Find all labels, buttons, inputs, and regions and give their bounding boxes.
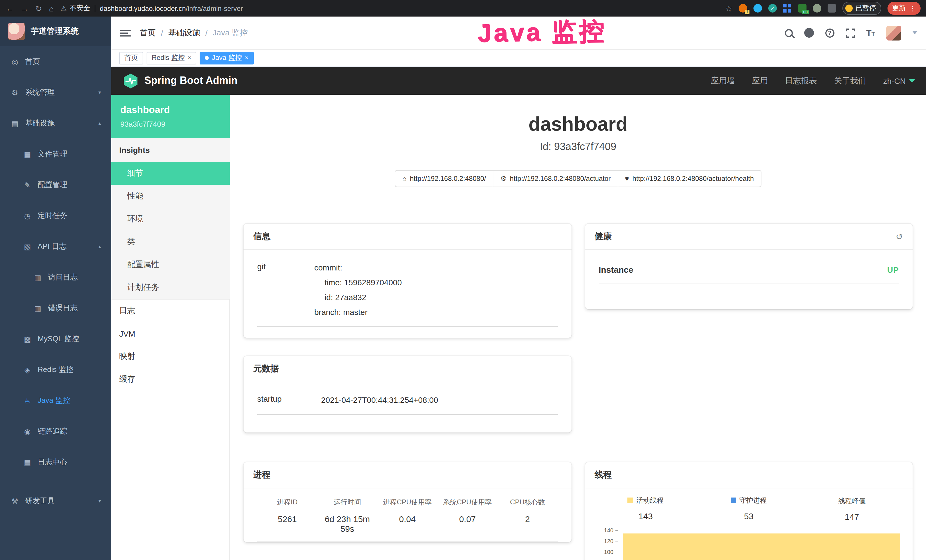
link-actuator[interactable]: ⚙ http://192.168.0.2:48080/actuator: [493, 170, 618, 187]
fullscreen-icon[interactable]: [846, 28, 855, 37]
sba-item-config-props[interactable]: 配置属性: [111, 253, 230, 276]
hamburger-icon[interactable]: [120, 29, 131, 36]
tools-icon: ⚒: [10, 496, 20, 505]
chevron-down-icon: ▾: [98, 89, 101, 95]
extension-on-badge: on: [802, 10, 809, 14]
smiley-icon: [845, 5, 853, 12]
sidebar-item-infrastructure[interactable]: ▤ 基础设施 ▴: [0, 108, 111, 139]
reload-icon[interactable]: ↻: [35, 4, 42, 12]
address-bar[interactable]: ⚠ 不安全 dashboard.yudao.iocoder.cn/infra/a…: [61, 3, 718, 13]
dashboard-icon: ◎: [10, 58, 20, 66]
threads-chart: 140 120 100: [594, 531, 903, 560]
close-icon[interactable]: ×: [188, 55, 191, 61]
config-icon: ✎: [23, 180, 32, 189]
legend-active-threads: 活动线程 143: [594, 495, 697, 522]
app-logo[interactable]: 芋道管理系统: [0, 17, 111, 46]
security-chip[interactable]: ⚠ 不安全: [61, 3, 90, 13]
log-center-icon: ▤: [23, 458, 32, 466]
chevron-down-icon: [909, 79, 915, 82]
sidebar-item-error-log[interactable]: ▥ 错误日志: [0, 293, 111, 324]
font-size-icon[interactable]: TT: [866, 29, 875, 37]
access-log-icon: ▥: [33, 273, 42, 282]
browser-menu-icon[interactable]: ⋮: [909, 4, 916, 12]
history-icon[interactable]: ↺: [896, 232, 903, 242]
info-row-git: git commit: time: 1596289704000 id: 27aa…: [257, 259, 558, 327]
instance-header: dashboard 93a3fc7f7409: [111, 95, 230, 138]
extension-row: ☆ 1 ✓ on 已暂停 更新 ⋮: [725, 2, 921, 15]
sidebar-item-java[interactable]: ☕ Java 监控: [0, 385, 111, 416]
sba-item-jvm[interactable]: JVM: [111, 322, 230, 345]
sidebar-item-system[interactable]: ⚙ 系统管理 ▾: [0, 77, 111, 108]
legend-swatch-blue: [731, 498, 736, 503]
extension-icon-orange[interactable]: 1: [738, 4, 747, 12]
sba-nav-applications[interactable]: 应用: [752, 76, 768, 86]
tab-redis[interactable]: Redis 监控 ×: [147, 51, 197, 64]
sba-item-caches[interactable]: 缓存: [111, 368, 230, 391]
extension-icon-drop[interactable]: [754, 4, 762, 12]
sidebar-item-access-log[interactable]: ▥ 访问日志: [0, 262, 111, 293]
extension-icon-check[interactable]: ✓: [768, 4, 777, 12]
page-title: dashboard: [244, 113, 912, 135]
process-col-uptime: 运行时间 6d 23h 15m 59s: [318, 498, 378, 533]
extension-icon-leaf[interactable]: [813, 4, 822, 12]
warning-icon: ⚠: [61, 4, 67, 12]
sba-item-mappings[interactable]: 映射: [111, 345, 230, 368]
browser-home-icon[interactable]: ⌂: [49, 4, 54, 12]
search-icon[interactable]: [785, 29, 793, 37]
extension-icon-grid[interactable]: [783, 4, 792, 12]
locale-select[interactable]: zh-CN: [883, 76, 915, 85]
breadcrumb-infrastructure[interactable]: 基础设施: [168, 28, 200, 38]
sba-item-metrics[interactable]: 性能: [111, 185, 230, 208]
logo-image: [8, 23, 25, 40]
process-col-sys-cpu: 系统CPU使用率 0.07: [437, 498, 498, 533]
help-icon[interactable]: ?: [825, 28, 834, 37]
sidebar-item-config[interactable]: ✎ 配置管理: [0, 170, 111, 200]
process-col-proc-cpu: 进程CPU使用率 0.04: [377, 498, 437, 533]
sidebar-item-trace[interactable]: ◉ 链路追踪: [0, 416, 111, 447]
sba-item-details[interactable]: 细节: [111, 162, 230, 185]
tab-java[interactable]: Java 监控 ×: [200, 51, 254, 64]
card-title: 健康: [595, 231, 612, 242]
sidebar-item-log-center[interactable]: ▤ 日志中心: [0, 447, 111, 478]
extensions-puzzle-icon[interactable]: [828, 4, 836, 12]
update-button[interactable]: 更新 ⋮: [888, 2, 921, 15]
back-icon[interactable]: ←: [6, 4, 14, 12]
sidebar-item-home[interactable]: ◎ 首页: [0, 46, 111, 77]
sba-item-classes[interactable]: 类: [111, 230, 230, 253]
extension-icon-switch[interactable]: on: [798, 4, 806, 12]
status-badge: UP: [887, 265, 899, 274]
bookmark-star-icon[interactable]: ☆: [725, 4, 732, 12]
extension-badge: 1: [745, 10, 749, 14]
sba-item-logs[interactable]: 日志: [111, 300, 230, 322]
sidebar-item-files[interactable]: ▦ 文件管理: [0, 139, 111, 170]
tab-home[interactable]: 首页: [119, 51, 143, 64]
github-icon[interactable]: [804, 28, 814, 38]
sba-nav-wallboard[interactable]: 应用墙: [711, 76, 735, 86]
sidebar-item-redis[interactable]: ◈ Redis 监控: [0, 354, 111, 385]
sidebar-item-jobs[interactable]: ◷ 定时任务: [0, 200, 111, 231]
forward-icon[interactable]: →: [21, 4, 29, 12]
process-card: 进程 进程ID 5261 运行时间: [244, 462, 571, 542]
active-dot: [205, 56, 209, 60]
sidebar-item-dev-tools[interactable]: ⚒ 研发工具 ▾: [0, 486, 111, 516]
avatar[interactable]: [887, 26, 901, 40]
chevron-down-icon[interactable]: [912, 31, 917, 34]
sba-item-environment[interactable]: 环境: [111, 208, 230, 230]
close-icon[interactable]: ×: [245, 55, 248, 61]
sba-item-scheduled-tasks[interactable]: 计划任务: [111, 276, 230, 299]
sba-sidebar: dashboard 93a3fc7f7409 Insights 细节 性能 环境…: [111, 95, 230, 560]
url-host: dashboard.yudao.iocoder.cn: [100, 4, 186, 12]
sba-nav-about[interactable]: 关于我们: [834, 76, 866, 86]
sba-brand[interactable]: Spring Boot Admin: [123, 73, 238, 89]
breadcrumb-home[interactable]: 首页: [140, 28, 156, 38]
metadata-row-startup: startup 2021-04-27T00:44:31.254+08:00: [257, 391, 558, 415]
chevron-up-icon: ▴: [98, 120, 101, 126]
health-instance-label: Instance: [599, 265, 633, 274]
legend-swatch-yellow: [628, 498, 633, 503]
sidebar-item-mysql[interactable]: ▩ MySQL 监控: [0, 324, 111, 354]
sidebar-item-api-log[interactable]: ▧ API 日志 ▴: [0, 231, 111, 262]
paused-chip[interactable]: 已暂停: [843, 2, 881, 15]
sba-nav-journal[interactable]: 日志报表: [785, 76, 817, 86]
link-root[interactable]: ⌂ http://192.168.0.2:48080/: [395, 170, 493, 187]
link-health[interactable]: ♥ http://192.168.0.2:48080/actuator/heal…: [617, 170, 761, 187]
